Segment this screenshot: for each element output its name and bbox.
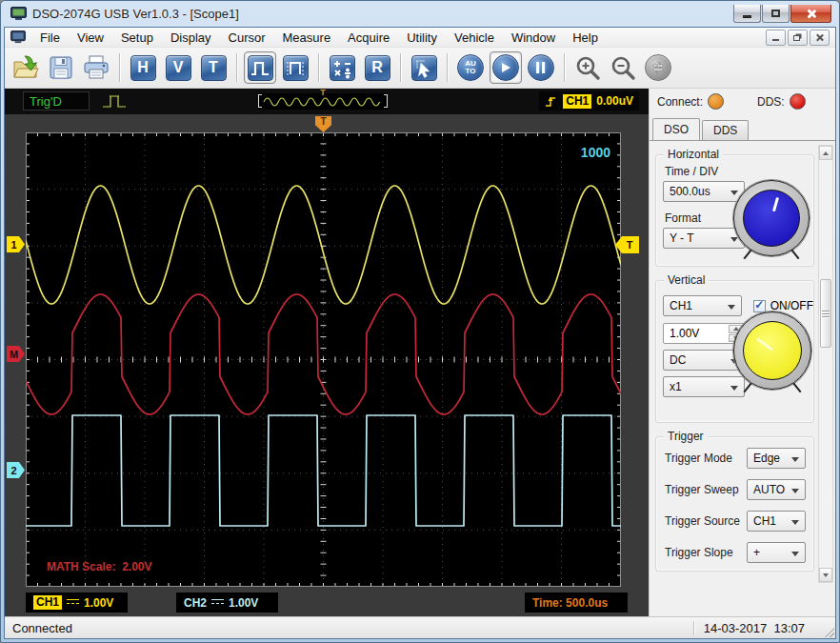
menu-item-window[interactable]: Window [503, 30, 564, 46]
horizontal-group: Horizontal Time / DIV 500.0us Format Y -… [655, 154, 814, 267]
close-button[interactable] [790, 5, 831, 23]
toolbar-separator [447, 53, 448, 82]
ch2-label: CH2 [184, 596, 207, 610]
math-scale-label: MATH Scale: 2.00V [47, 560, 151, 573]
trigger-source-select[interactable]: CH1 [747, 511, 806, 532]
trigger-icon: T [201, 55, 227, 81]
format-select[interactable]: Y - T [663, 228, 745, 249]
window-title: DSO-2074G USB Ver1.0.3 - [Scope1] [32, 7, 728, 21]
vertical-menu-button[interactable]: V [163, 52, 193, 83]
pulse-button[interactable] [245, 52, 275, 83]
chevron-down-icon [791, 489, 799, 493]
preview-trigger-marker[interactable]: T [320, 88, 326, 97]
chevron-down-icon [730, 237, 738, 242]
connect-indicator [708, 93, 724, 110]
menu-item-help[interactable]: Help [564, 30, 607, 46]
zoom-out-button[interactable] [608, 52, 638, 83]
time-readout: Time: 500.0us [525, 593, 628, 613]
autoset-button[interactable]: AU TO [455, 52, 486, 83]
dc-coupling-icon [67, 599, 79, 607]
scope-display: 1 M 2 T T 1000 MATH Scale: 2.00V CH1 1.0… [5, 114, 649, 616]
waveform-preview[interactable]: T [258, 93, 388, 110]
control-panel: Connect: DDS: DSO DDS Horizontal Time / … [649, 89, 835, 616]
maximize-button[interactable] [762, 5, 790, 23]
menu-item-utility[interactable]: Utility [398, 30, 446, 46]
math-ops-icon [330, 55, 355, 81]
title-bar[interactable]: DSO-2074G USB Ver1.0.3 - [Scope1] [4, 1, 836, 27]
menu-item-acquire[interactable]: Acquire [339, 30, 398, 46]
menu-item-cursor[interactable]: Cursor [220, 30, 274, 46]
transfer-button [643, 52, 673, 83]
ch1-scale-value: 1.00V [84, 596, 113, 610]
panel-tabs: DSO DDS [650, 114, 835, 140]
trigger-slope-label: Trigger Slope [665, 546, 733, 559]
vertical-group: Vertical CH1 ✓ ON/OFF 1.00V [655, 280, 814, 423]
menu-item-view[interactable]: View [69, 30, 112, 46]
ch1-position-marker[interactable]: 1 [7, 236, 25, 252]
panel-scrollbar[interactable] [818, 145, 833, 583]
horizontal-menu-button[interactable]: H [128, 52, 158, 83]
horizontal-position-knob[interactable] [733, 180, 810, 256]
trigger-group-title: Trigger [664, 430, 708, 443]
volts-div-stepper[interactable]: 1.00V [663, 323, 745, 344]
zoom-in-icon [574, 54, 601, 81]
scroll-down-button[interactable] [819, 568, 832, 582]
ch2-scale-value: 1.00V [229, 596, 258, 610]
tab-dso[interactable]: DSO [652, 118, 700, 140]
knob-highlight [756, 338, 773, 352]
trigger-status-badge: Trig'D [23, 91, 90, 111]
print-button[interactable] [81, 52, 111, 83]
probe-select[interactable]: x1 [663, 376, 745, 397]
menu-item-file[interactable]: File [31, 30, 69, 46]
zoom-out-icon [610, 54, 636, 81]
scroll-thumb[interactable] [820, 279, 831, 348]
sample-points-label: 1000 [581, 145, 610, 160]
reference-button[interactable]: R [362, 52, 392, 83]
pulse-ref-button[interactable] [280, 52, 310, 83]
tab-dds[interactable]: DDS [702, 120, 749, 140]
channel-select[interactable]: CH1 [663, 295, 742, 316]
run-button[interactable] [490, 52, 521, 83]
channel-onoff-checkbox[interactable]: ✓ [753, 300, 766, 312]
menu-item-setup[interactable]: Setup [112, 30, 162, 46]
scope-column: Trig'D T [5, 89, 649, 616]
chevron-down-icon [730, 386, 738, 391]
trigger-menu-button[interactable]: T [198, 52, 229, 83]
app-icon [10, 7, 27, 21]
status-bar: Connected 14-03-2017 13:07 [5, 616, 835, 638]
dds-indicator [790, 93, 806, 110]
minimize-button[interactable] [733, 5, 761, 23]
zoom-in-button[interactable] [572, 52, 603, 83]
vertical-position-knob[interactable] [733, 311, 811, 390]
mdi-close-button[interactable] [810, 30, 830, 46]
math-position-marker[interactable]: M [7, 346, 25, 362]
scroll-up-button[interactable] [819, 146, 832, 160]
save-icon [48, 54, 74, 81]
datetime-text: 14-03-2017 13:07 [704, 621, 830, 635]
trigger-sweep-select[interactable]: AUTO [747, 479, 806, 500]
horizontal-group-title: Horizontal [664, 148, 723, 161]
mdi-restore-button[interactable] [788, 30, 808, 46]
chevron-down-icon [791, 457, 799, 462]
trigger-slope-select[interactable]: + [747, 542, 806, 563]
menu-item-display[interactable]: Display [162, 30, 220, 46]
ch2-position-marker[interactable]: 2 [7, 462, 25, 478]
math-button[interactable] [327, 52, 357, 83]
connection-status-row: Connect: DDS: [650, 89, 835, 114]
trigger-time-marker[interactable]: T [315, 116, 331, 132]
open-button[interactable] [10, 52, 41, 83]
time-div-select[interactable]: 500.0us [663, 181, 745, 202]
menu-item-measure[interactable]: Measure [274, 30, 340, 46]
pause-button[interactable] [526, 52, 556, 83]
chevron-down-icon [728, 305, 735, 310]
trigger-level-value: 0.00uV [596, 94, 633, 108]
scope-grid-svg [26, 132, 621, 587]
mdi-minimize-button[interactable] [766, 30, 786, 46]
menu-item-vehicle[interactable]: Vehicle [446, 30, 503, 46]
trigger-mode-select[interactable]: Edge [747, 448, 806, 469]
save-button[interactable] [46, 52, 76, 83]
trigger-readout: CH1 0.00uV [539, 91, 639, 111]
trigger-source-label: Trigger Source [665, 514, 740, 528]
channel-readout-row: CH1 1.00V CH2 1.00V Time: 500.0us [5, 593, 649, 613]
cursor-measure-button[interactable] [409, 52, 439, 83]
